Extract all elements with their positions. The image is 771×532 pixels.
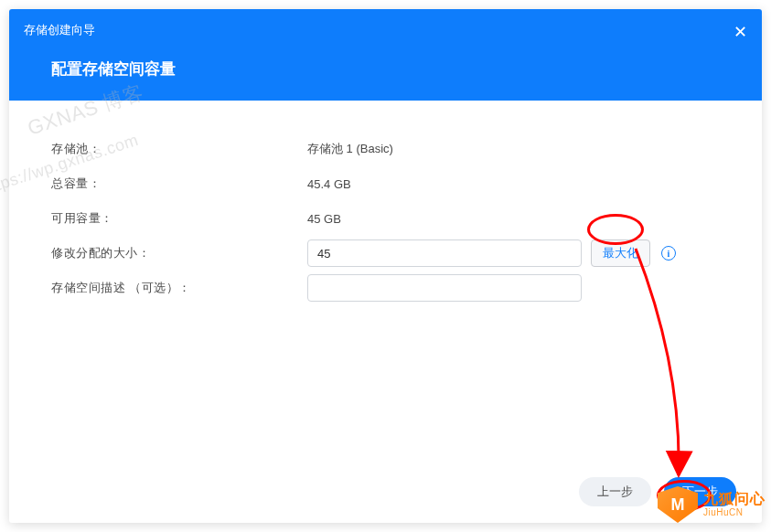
value-available-capacity: 45 GB: [307, 212, 341, 226]
label-storage-pool: 存储池：: [51, 141, 307, 157]
close-icon[interactable]: ✕: [734, 22, 747, 42]
wizard-dialog: 存储创建向导 ✕ 配置存储空间容量 存储池： 存储池 1 (Basic) 总容量…: [9, 9, 762, 523]
label-available-capacity: 可用容量：: [51, 210, 307, 227]
row-available-capacity: 可用容量： 45 GB: [51, 201, 720, 236]
value-storage-pool: 存储池 1 (Basic): [307, 141, 393, 157]
label-total-capacity: 总容量：: [51, 176, 307, 192]
row-total-capacity: 总容量： 45.4 GB: [51, 166, 720, 201]
row-storage-pool: 存储池： 存储池 1 (Basic): [51, 132, 720, 166]
row-allocated-size: 修改分配的大小： 最大化 i: [51, 236, 720, 271]
description-input[interactable]: [307, 274, 582, 302]
page-title: 配置存储空间容量: [51, 59, 176, 80]
maximize-button[interactable]: 最大化: [591, 239, 650, 267]
label-description: 存储空间描述 （可选）：: [51, 280, 307, 296]
dialog-header: 存储创建向导 ✕ 配置存储空间容量: [9, 9, 762, 101]
dialog-footer: 上一步 下一步: [9, 477, 762, 506]
allocated-size-input[interactable]: [307, 239, 582, 267]
value-total-capacity: 45.4 GB: [307, 177, 351, 191]
info-icon[interactable]: i: [661, 246, 676, 261]
label-allocated-size: 修改分配的大小：: [51, 245, 307, 261]
next-button[interactable]: 下一步: [664, 477, 736, 506]
row-description: 存储空间描述 （可选）：: [51, 271, 720, 305]
back-button[interactable]: 上一步: [579, 477, 651, 506]
dialog-body: 存储池： 存储池 1 (Basic) 总容量： 45.4 GB 可用容量： 45…: [9, 101, 762, 305]
wizard-title: 存储创建向导: [24, 22, 95, 38]
